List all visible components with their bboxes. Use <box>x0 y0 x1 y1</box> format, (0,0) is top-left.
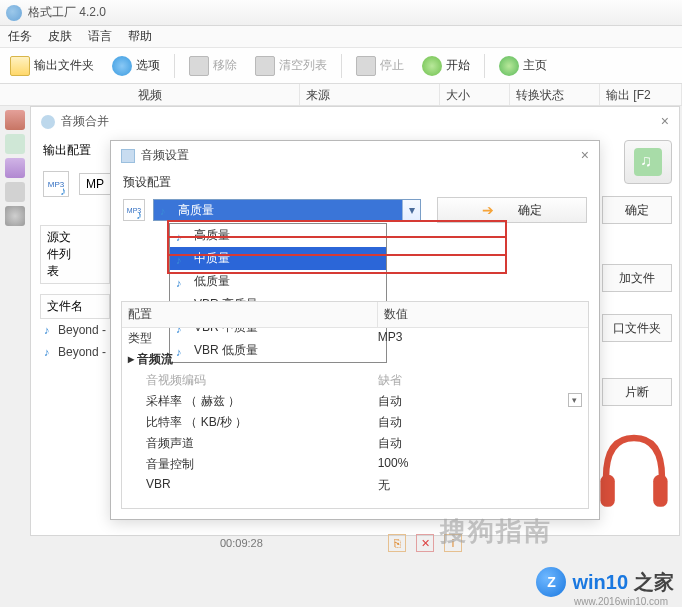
clear-icon <box>255 56 275 76</box>
start-button[interactable]: 开始 <box>418 54 474 78</box>
menubar: 任务 皮肤 语言 帮助 <box>0 26 682 48</box>
audio-merge-title: 音频合并 <box>31 107 679 136</box>
grid-row-codec[interactable]: 音视频编码缺省 <box>122 370 588 391</box>
menu-task[interactable]: 任务 <box>8 28 32 45</box>
dropdown-option-high[interactable]: 高质量 <box>170 224 386 247</box>
rom-category-icon[interactable] <box>5 206 25 226</box>
brand-text-1: win10 <box>572 571 628 594</box>
grid-row-bitrate[interactable]: 比特率 （ KB/秒 ）自动 <box>122 412 588 433</box>
audio-settings-dialog: 音频设置 × 预设配置 MP3 高质量 ▾ ➔ 确定 高质量 中质量 低质量 V… <box>110 140 600 520</box>
output-folder-button[interactable]: 输出文件夹 <box>6 54 98 78</box>
filename-header[interactable]: 文件名 <box>40 294 110 319</box>
window-title: 格式工厂 4.2.0 <box>28 4 106 21</box>
output-config-label: 输出配置 <box>43 142 91 159</box>
home-button[interactable]: 主页 <box>495 54 551 78</box>
audio-category-icon[interactable] <box>5 134 25 154</box>
grid-row-samplerate[interactable]: 采样率 （ 赫兹 ）自动▾ <box>122 391 588 412</box>
separator <box>341 54 342 78</box>
grid-row-stream[interactable]: ▸ 音频流 <box>122 349 588 370</box>
toolbar: 输出文件夹 选项 移除 清空列表 停止 开始 主页 <box>0 48 682 84</box>
play-icon <box>422 56 442 76</box>
brand-logo-group: Z win10之家 <box>536 567 674 597</box>
bottom-status-strip: 00:09:28 ⎘ ✕ i <box>40 531 672 555</box>
col-value[interactable]: 数值 <box>378 302 564 327</box>
col-video[interactable]: 视频 <box>0 84 300 105</box>
separator <box>484 54 485 78</box>
col-spacer <box>565 302 588 327</box>
list-item[interactable]: Beyond - <box>40 319 110 341</box>
dropdown-option-medium[interactable]: 中质量 <box>170 247 386 270</box>
folder-icon <box>10 56 30 76</box>
merge-icon <box>41 115 55 129</box>
grid-row-type[interactable]: 类型MP3 <box>122 328 588 349</box>
app-icon <box>6 5 22 21</box>
dialog-title: 音频设置 <box>111 141 599 170</box>
menu-help[interactable]: 帮助 <box>128 28 152 45</box>
music-note-icon <box>160 204 172 216</box>
grid-row-volume[interactable]: 音量控制100% <box>122 454 588 475</box>
music-note-icon <box>176 253 188 265</box>
col-source[interactable]: 来源 <box>300 84 440 105</box>
preset-label: 预设配置 <box>111 170 599 195</box>
home-icon <box>499 56 519 76</box>
brand-logo-icon: Z <box>536 567 566 597</box>
chevron-down-icon[interactable]: ▾ <box>568 393 582 407</box>
category-sidebar <box>0 106 30 230</box>
col-output[interactable]: 输出 [F2 <box>600 84 682 105</box>
menu-language[interactable]: 语言 <box>88 28 112 45</box>
col-setting[interactable]: 配置 <box>122 302 378 327</box>
stop-button[interactable]: 停止 <box>352 54 408 78</box>
action-icon[interactable]: ⎘ <box>388 534 406 552</box>
col-status[interactable]: 转换状态 <box>510 84 600 105</box>
duration-text: 00:09:28 <box>220 537 263 549</box>
options-button[interactable]: 选项 <box>108 54 164 78</box>
document-category-icon[interactable] <box>5 182 25 202</box>
format-name-box[interactable]: MP <box>79 173 111 195</box>
grid-header: 配置 数值 <box>122 302 588 328</box>
close-icon[interactable]: × <box>581 147 589 163</box>
music-note-icon <box>44 345 56 357</box>
image-category-icon[interactable] <box>5 158 25 178</box>
dropdown-option-low[interactable]: 低质量 <box>170 270 386 293</box>
music-note-icon <box>44 323 56 335</box>
quality-preset-combo[interactable]: 高质量 ▾ <box>153 199 421 221</box>
remove-button[interactable]: 移除 <box>185 54 241 78</box>
add-folder-button[interactable]: 口文件夹 <box>602 314 672 342</box>
separator <box>174 54 175 78</box>
delete-icon[interactable]: ✕ <box>416 534 434 552</box>
video-category-icon[interactable] <box>5 110 25 130</box>
arrow-right-icon: ➔ <box>482 202 494 218</box>
source-file-list-fragment: 源文件列表 文件名 Beyond - Beyond - <box>40 225 110 363</box>
music-note-icon <box>176 230 188 242</box>
settings-grid: 配置 数值 类型MP3 ▸ 音频流 音视频编码缺省 采样率 （ 赫兹 ）自动▾ … <box>121 301 589 509</box>
svg-rect-0 <box>600 475 614 507</box>
music-preview-button[interactable] <box>624 140 672 184</box>
menu-skin[interactable]: 皮肤 <box>48 28 72 45</box>
col-size[interactable]: 大小 <box>440 84 510 105</box>
clear-button[interactable]: 清空列表 <box>251 54 331 78</box>
gear-icon <box>112 56 132 76</box>
brand-text-2: 之家 <box>634 569 674 596</box>
confirm-button-bg[interactable]: 确定 <box>602 196 672 224</box>
mp3-format-icon: MP3 <box>123 199 145 221</box>
list-columns: 视频 来源 大小 转换状态 输出 [F2 <box>0 84 682 106</box>
remove-icon <box>189 56 209 76</box>
svg-rect-1 <box>653 475 667 507</box>
window-titlebar: 格式工厂 4.2.0 <box>0 0 682 26</box>
close-icon[interactable]: × <box>661 113 669 129</box>
chevron-down-icon[interactable]: ▾ <box>402 200 420 220</box>
info-icon[interactable]: i <box>444 534 462 552</box>
ok-button[interactable]: ➔ 确定 <box>437 197 587 223</box>
add-file-button[interactable]: 加文件 <box>602 264 672 292</box>
mp3-format-icon[interactable]: MP3 <box>43 171 69 197</box>
stop-icon <box>356 56 376 76</box>
grid-row-channel[interactable]: 音频声道自动 <box>122 433 588 454</box>
headphones-icon <box>594 420 674 520</box>
grid-row-vbr[interactable]: VBR无 <box>122 475 588 496</box>
music-icon <box>634 148 662 176</box>
settings-icon <box>121 149 135 163</box>
source-list-header: 源文件列表 <box>40 225 110 284</box>
list-item[interactable]: Beyond - <box>40 341 110 363</box>
music-note-icon <box>176 276 188 288</box>
clip-button[interactable]: 片断 <box>602 378 672 406</box>
